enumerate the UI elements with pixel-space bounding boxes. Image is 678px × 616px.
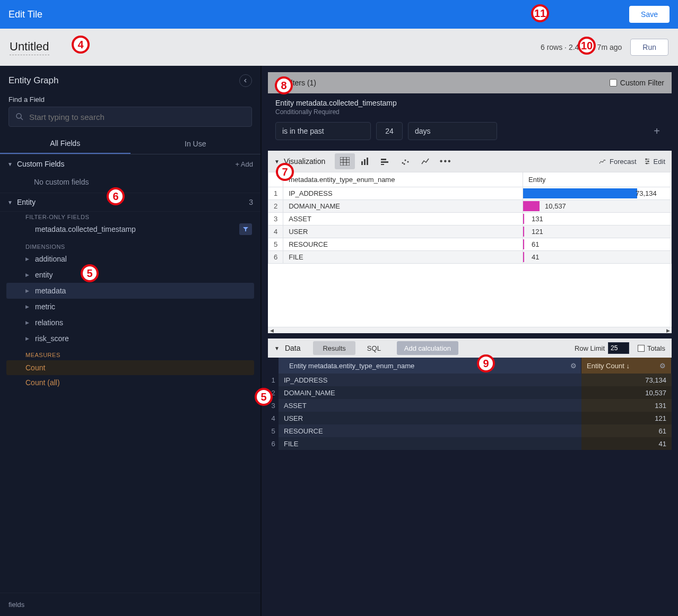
dim-risk-score[interactable]: ▶risk_score	[0, 331, 260, 346]
search-icon	[15, 112, 24, 121]
dim-entity[interactable]: ▶entity	[0, 267, 260, 283]
footer-breadcrumb: fields	[0, 593, 260, 616]
filter-operator-select[interactable]: is in the past	[275, 122, 371, 140]
table-row: 6FILE41	[268, 437, 672, 450]
totals-checkbox[interactable]	[638, 345, 645, 352]
filter-required-note: Conditionally Required	[275, 108, 664, 116]
top-bar: Edit Tile Save	[0, 0, 678, 29]
filter-value-input[interactable]: 24	[376, 122, 403, 140]
dim-additional[interactable]: ▶additional	[0, 251, 260, 267]
chevron-left-icon	[243, 78, 248, 83]
add-calculation-button[interactable]: Add calculation	[397, 341, 458, 355]
table-row: 1IP_ADDRESS73,134	[268, 187, 672, 200]
gear-icon[interactable]: ⚙	[659, 362, 666, 370]
data-section-label: Data	[285, 344, 301, 352]
search-input[interactable]	[29, 112, 245, 122]
dim-metric[interactable]: ▶metric	[0, 299, 260, 315]
filter-unit-select[interactable]: days	[408, 122, 497, 140]
annotation-5b: 5	[255, 388, 273, 406]
svg-point-18	[645, 159, 647, 160]
table-row: 4USER121	[268, 225, 672, 238]
svg-point-0	[16, 114, 21, 118]
annotation-9: 9	[477, 354, 495, 372]
entity-field-count: 3	[249, 198, 253, 206]
row-limit-input[interactable]	[608, 342, 629, 354]
svg-point-16	[404, 163, 405, 165]
svg-line-1	[21, 118, 23, 120]
field-collected-timestamp[interactable]: metadata.collected_timestamp	[0, 221, 260, 237]
add-filter-button[interactable]: +	[649, 125, 664, 137]
collapse-panel-button[interactable]	[239, 74, 252, 87]
tab-sql[interactable]: SQL	[358, 341, 390, 355]
sliders-icon	[644, 158, 650, 164]
data-header-measure[interactable]: Entity Count ↓⚙	[581, 358, 672, 374]
search-field[interactable]	[8, 107, 252, 127]
table-row: 3ASSET131	[268, 213, 672, 225]
annotation-10: 10	[578, 37, 596, 55]
custom-filter-label: Custom Filter	[620, 79, 664, 87]
table-row: 5RESOURCE61	[268, 424, 672, 437]
annotation-6: 6	[107, 187, 125, 205]
dimensions-label: DIMENSIONS	[0, 241, 260, 251]
viz-type-line-icon[interactable]	[415, 153, 436, 169]
forecast-icon	[599, 158, 606, 164]
table-row: 6FILE41	[268, 251, 672, 264]
viz-type-scatter-icon[interactable]	[395, 153, 415, 169]
svg-point-15	[407, 161, 409, 163]
visualization-body: metadata.entity_type_enum_nameEntity 1IP…	[268, 172, 672, 333]
save-button[interactable]: Save	[629, 6, 670, 23]
no-custom-fields-msg: No custom fields	[0, 173, 260, 193]
explore-title: Entity Graph	[8, 75, 59, 86]
custom-filter-checkbox[interactable]	[610, 79, 617, 86]
custom-fields-header[interactable]: ▼ Custom Fields + Add	[0, 154, 260, 173]
filter-icon[interactable]	[239, 223, 252, 235]
dim-metadata[interactable]: ▶metadata	[6, 283, 254, 299]
chevron-down-icon: ▼	[7, 199, 13, 205]
viz-type-more-icon[interactable]: •••	[436, 153, 456, 169]
horizontal-scrollbar[interactable]: ◀▶	[268, 327, 672, 333]
table-row: 2DOMAIN_NAME10,537	[268, 386, 672, 399]
measure-count-all[interactable]: Count (all)	[0, 375, 260, 390]
sub-bar: Untitled 6 rows · 2.489s · 7m ago Run	[0, 29, 678, 66]
viz-type-column-icon[interactable]	[375, 153, 395, 169]
gear-icon[interactable]: ⚙	[570, 362, 577, 370]
visualization-bar: ▼ Visualization ••• Forecast Edit	[268, 151, 672, 172]
totals-label: Totals	[647, 344, 665, 352]
field-tabs: All Fields In Use	[0, 133, 260, 154]
forecast-button[interactable]: Forecast	[599, 158, 637, 166]
filter-only-label: FILTER-ONLY FIELDS	[0, 212, 260, 221]
filters-bar[interactable]: ▼ Filters (1) Custom Filter	[268, 72, 672, 93]
viz-header-measure[interactable]: Entity	[523, 172, 672, 187]
svg-point-13	[402, 162, 404, 164]
add-custom-field-button[interactable]: + Add	[235, 160, 253, 168]
tab-results[interactable]: Results	[313, 341, 355, 355]
viz-type-table-icon[interactable]	[335, 153, 355, 169]
svg-point-22	[646, 163, 647, 164]
data-table: Entity metadata.entity_type_enum_name⚙ E…	[268, 358, 672, 450]
tile-title-input[interactable]: Untitled	[10, 40, 49, 55]
viz-header-dimension[interactable]: metadata.entity_type_enum_name	[283, 172, 523, 187]
svg-rect-9	[367, 158, 368, 165]
tab-in-use[interactable]: In Use	[131, 133, 261, 154]
table-row: 1IP_ADDRESS73,134	[268, 374, 672, 386]
viz-type-bar-icon[interactable]	[355, 153, 375, 169]
dim-relations[interactable]: ▶relations	[0, 315, 260, 331]
table-row: 3ASSET131	[268, 399, 672, 412]
svg-point-20	[647, 161, 649, 162]
svg-point-14	[405, 160, 406, 161]
data-header-dimension[interactable]: Entity metadata.entity_type_enum_name⚙	[279, 358, 581, 374]
chevron-down-icon: ▼	[7, 161, 13, 167]
svg-rect-11	[381, 161, 388, 163]
svg-rect-12	[381, 164, 384, 165]
field-picker-panel: Entity Graph Find a Field All Fields In …	[0, 66, 262, 616]
entity-section-header[interactable]: ▼ Entity 3	[0, 193, 260, 212]
viz-edit-button[interactable]: Edit	[644, 158, 665, 166]
svg-rect-10	[381, 159, 386, 160]
annotation-11: 11	[531, 4, 549, 22]
run-button[interactable]: Run	[630, 39, 668, 56]
tab-all-fields[interactable]: All Fields	[0, 133, 131, 154]
measure-count[interactable]: Count	[6, 360, 254, 375]
annotation-5a: 5	[81, 264, 99, 282]
chevron-down-icon: ▼	[274, 345, 280, 351]
table-row: 5RESOURCE61	[268, 238, 672, 251]
